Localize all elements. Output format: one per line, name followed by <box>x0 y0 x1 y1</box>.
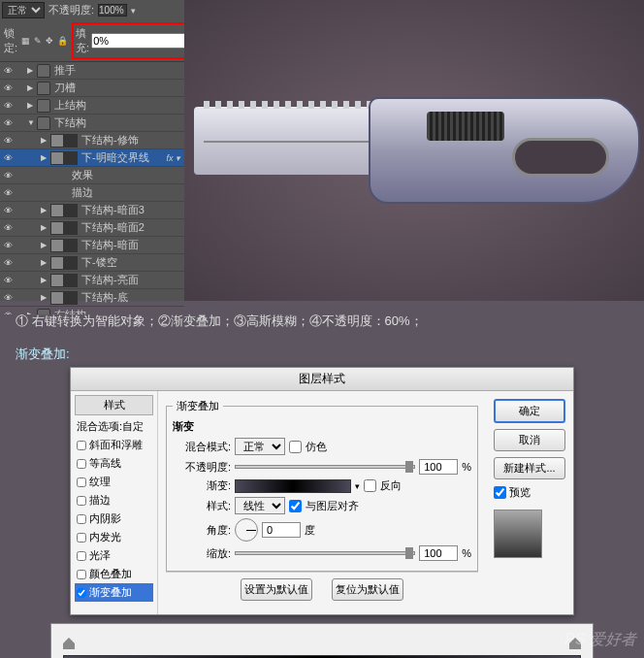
dither-checkbox[interactable] <box>289 441 302 453</box>
disclosure-icon[interactable]: ▶ <box>41 136 50 145</box>
style-label: 纹理 <box>89 475 111 489</box>
style-item[interactable]: 渐变叠加 <box>75 583 153 602</box>
lock-all-icon[interactable]: 🔒 <box>57 36 68 46</box>
cancel-button[interactable]: 取消 <box>494 429 565 451</box>
visibility-icon[interactable]: 👁 <box>2 118 14 128</box>
reset-default-button[interactable]: 复位为默认值 <box>332 578 403 601</box>
style-checkbox[interactable] <box>77 514 86 524</box>
layer-row[interactable]: 👁▶下结构-亮面 <box>0 272 184 289</box>
visibility-icon[interactable]: 👁 <box>2 136 14 146</box>
blend-mode-select[interactable]: 正常 <box>235 438 285 455</box>
chevron-down-icon[interactable]: ▾ <box>355 481 360 491</box>
style-checkbox[interactable] <box>77 496 86 506</box>
layer-row[interactable]: 👁▶下结构-底 <box>0 289 184 307</box>
layer-row[interactable]: 👁▶下结构-暗面 <box>0 237 184 254</box>
preview-label: 预览 <box>509 485 531 500</box>
layer-row[interactable]: 👁▶上结构 <box>0 97 184 115</box>
visibility-icon[interactable]: 👁 <box>2 311 14 315</box>
angle-value[interactable] <box>262 522 301 538</box>
blend-options-item[interactable]: 混合选项:自定 <box>75 417 153 436</box>
chevron-down-icon[interactable]: ▾ <box>131 6 136 16</box>
disclosure-icon[interactable]: ▶ <box>41 276 50 284</box>
disclosure-icon[interactable]: ▶ <box>27 101 37 110</box>
layer-row[interactable]: 👁▶下结构-暗面2 <box>0 219 184 237</box>
new-style-button[interactable]: 新建样式... <box>494 457 565 479</box>
lock-pixels-icon[interactable]: ▦ <box>21 36 30 46</box>
preview-checkbox[interactable] <box>494 486 506 499</box>
layer-row[interactable]: 👁▶推手 <box>0 62 184 80</box>
style-checkbox[interactable] <box>77 551 86 561</box>
reverse-checkbox[interactable] <box>364 479 376 492</box>
disclosure-icon[interactable]: ▶ <box>41 223 50 232</box>
layer-row[interactable]: 👁效果 <box>0 167 184 184</box>
lock-brush-icon[interactable]: ✎ <box>34 36 42 46</box>
layer-label: 描边 <box>72 185 93 200</box>
visibility-icon[interactable]: 👁 <box>2 83 14 93</box>
disclosure-icon[interactable]: ▶ <box>41 153 50 162</box>
ok-button[interactable]: 确定 <box>494 399 565 423</box>
style-item[interactable]: 光泽 <box>75 546 153 565</box>
visibility-icon[interactable]: 👁 <box>2 206 14 215</box>
layer-row[interactable]: 👁▶下-镂空 <box>0 254 184 272</box>
visibility-icon[interactable]: 👁 <box>2 241 14 250</box>
layer-row[interactable]: 👁描边 <box>0 184 184 202</box>
visibility-icon[interactable]: 👁 <box>2 101 14 111</box>
disclosure-icon[interactable]: ▶ <box>27 83 37 92</box>
style-item[interactable]: 内发光 <box>75 528 153 546</box>
layer-label: 下结构-暗面2 <box>81 220 145 235</box>
set-default-button[interactable]: 设置为默认值 <box>241 578 312 601</box>
style-checkbox[interactable] <box>77 533 86 543</box>
visibility-icon[interactable]: 👁 <box>2 188 14 198</box>
scale-value[interactable] <box>419 545 458 561</box>
disclosure-icon[interactable]: ▶ <box>27 66 37 75</box>
disclosure-icon[interactable]: ▶ <box>41 293 50 302</box>
opacity-input[interactable] <box>98 4 127 16</box>
opacity-stop[interactable] <box>63 638 75 649</box>
angle-wheel[interactable] <box>235 518 258 542</box>
style-checkbox[interactable] <box>77 441 86 450</box>
style-item[interactable]: 纹理 <box>75 473 153 491</box>
dither-label: 仿色 <box>306 440 327 454</box>
layer-thumb <box>50 291 64 305</box>
layer-row[interactable]: 👁▶下结构-暗面3 <box>0 202 184 219</box>
style-item[interactable]: 等高线 <box>75 454 153 473</box>
disclosure-icon[interactable]: ▶ <box>41 258 50 267</box>
style-item[interactable]: 颜色叠加 <box>75 565 153 583</box>
visibility-icon[interactable]: 👁 <box>2 276 14 285</box>
layer-label: 下结构-亮面 <box>81 273 139 287</box>
layer-row[interactable]: 👁▶刀槽 <box>0 80 184 97</box>
scale-slider[interactable] <box>235 551 415 555</box>
blend-mode-select[interactable]: 正常 <box>2 2 45 18</box>
opacity-value[interactable] <box>419 459 458 475</box>
align-checkbox[interactable] <box>289 500 302 512</box>
fx-badge[interactable]: fx ▾ <box>166 153 182 163</box>
disclosure-icon[interactable]: ▼ <box>27 118 37 127</box>
layer-row[interactable]: 👁▶下-明暗交界线fx ▾ <box>0 149 184 167</box>
opacity-stop[interactable] <box>569 638 581 649</box>
opacity-slider[interactable] <box>235 465 415 469</box>
style-checkbox[interactable] <box>77 588 86 598</box>
visibility-icon[interactable]: 👁 <box>2 293 14 303</box>
style-select[interactable]: 线性 <box>235 497 285 514</box>
style-item[interactable]: 斜面和浮雕 <box>75 436 153 454</box>
layer-row[interactable]: 👁▶下结构-修饰 <box>0 132 184 149</box>
visibility-icon[interactable]: 👁 <box>2 171 14 181</box>
disclosure-icon[interactable]: ▶ <box>41 206 50 214</box>
gradient-preview[interactable] <box>235 479 351 493</box>
styles-header[interactable]: 样式 <box>75 395 153 415</box>
style-item[interactable]: 内阴影 <box>75 510 153 528</box>
disclosure-icon[interactable]: ▶ <box>41 241 50 249</box>
visibility-icon[interactable]: 👁 <box>2 258 14 268</box>
align-label: 与图层对齐 <box>306 499 359 513</box>
style-label: 颜色叠加 <box>89 567 132 581</box>
visibility-icon[interactable]: 👁 <box>2 153 14 163</box>
visibility-icon[interactable]: 👁 <box>2 66 14 76</box>
style-checkbox[interactable] <box>77 570 86 579</box>
layer-row[interactable]: 👁▼下结构 <box>0 115 184 132</box>
style-item[interactable]: 描边 <box>75 491 153 510</box>
mask-thumb <box>64 256 78 270</box>
visibility-icon[interactable]: 👁 <box>2 223 14 233</box>
style-checkbox[interactable] <box>77 477 86 487</box>
lock-move-icon[interactable]: ✥ <box>46 36 53 46</box>
style-checkbox[interactable] <box>77 459 86 469</box>
